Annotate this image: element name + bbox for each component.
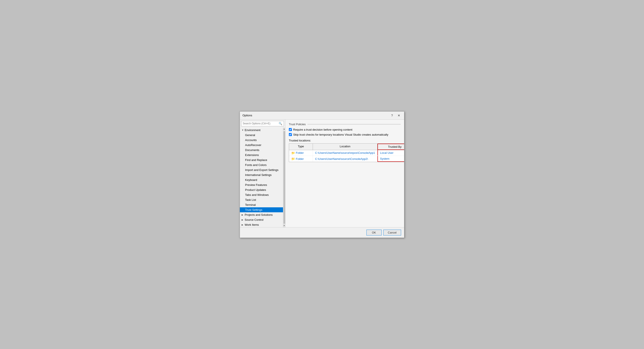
sidebar-item-label-autorecover: AutoRecover [245, 144, 261, 147]
sidebar: 🔍 ▼EnvironmentGeneralAccountsAutoRecover… [240, 120, 286, 227]
sidebar-item-label-accounts: Accounts [245, 138, 256, 142]
sidebar-item-environment[interactable]: ▼Environment [240, 128, 283, 132]
scroll-up-button[interactable]: ▲ [283, 128, 286, 131]
expand-arrow-source-control: ▶ [242, 218, 244, 221]
sidebar-item-import-export[interactable]: Import and Export Settings [240, 168, 283, 172]
sidebar-item-label-fonts-colors: Fonts and Colors [245, 163, 266, 166]
scroll-thumb[interactable] [284, 131, 285, 224]
td-location-1: C:\Users\UserName\source\repos\ConsoleAp… [313, 150, 378, 156]
title-bar-left: Options [242, 114, 252, 117]
sidebar-item-find-replace[interactable]: Find and Replace [240, 158, 283, 162]
scroll-track: ▲ ▼ [283, 128, 285, 227]
sidebar-item-fonts-colors[interactable]: Fonts and Colors [240, 162, 283, 168]
sidebar-item-label-work-items: Work Items [245, 223, 259, 226]
sidebar-item-task-list[interactable]: Task List [240, 197, 283, 202]
trusted-locations-label: Trusted locations: [289, 139, 401, 142]
sidebar-item-label-tabs-windows: Tabs and Windows [245, 193, 269, 196]
sidebar-item-work-items[interactable]: ▶Work Items [240, 222, 283, 227]
sidebar-item-international[interactable]: International Settings [240, 172, 283, 178]
td-location-2: C:\Users\UserName\source\ConsoleApp2\ [313, 156, 378, 162]
table-wrapper: Type Location Trusted By 📁 Folder C:\Use… [289, 144, 404, 162]
expand-arrow-work-items: ▶ [242, 224, 244, 226]
sidebar-item-label-task-list: Task List [245, 198, 256, 202]
td-trusted-by-1: Local User [378, 150, 404, 156]
sidebar-item-general[interactable]: General [240, 132, 283, 138]
sidebar-item-terminal[interactable]: Terminal [240, 202, 283, 207]
table-row[interactable]: 📁 Folder C:\Users\UserName\source\Consol… [289, 156, 404, 162]
title-bar: Options ? ✕ [240, 112, 404, 120]
th-location: Location [313, 144, 378, 150]
sidebar-item-tabs-windows[interactable]: Tabs and Windows [240, 192, 283, 197]
checkbox1-label: Require a trust decision before opening … [293, 128, 352, 131]
search-input[interactable] [242, 121, 277, 126]
scroll-down-button[interactable]: ▼ [283, 224, 286, 227]
close-button[interactable]: ✕ [396, 113, 402, 118]
search-box[interactable]: 🔍 [241, 121, 284, 126]
help-button[interactable]: ? [390, 113, 394, 118]
table-row[interactable]: 📁 Folder C:\Users\UserName\source\repos\… [289, 150, 404, 156]
sidebar-item-label-extensions: Extensions [245, 154, 259, 157]
dialog-title: Options [242, 114, 252, 117]
sidebar-item-label-keyboard: Keyboard [245, 178, 257, 182]
sidebar-item-trust-settings[interactable]: Trust Settings [240, 207, 283, 212]
sidebar-item-keyboard[interactable]: Keyboard [240, 178, 283, 182]
sidebar-item-autorecover[interactable]: AutoRecover [240, 142, 283, 148]
sidebar-item-label-find-replace: Find and Replace [245, 158, 267, 162]
sidebar-item-preview-features[interactable]: Preview Features [240, 182, 283, 188]
sidebar-item-label-terminal: Terminal [245, 203, 256, 206]
search-icon-button[interactable]: 🔍 [277, 121, 284, 126]
section-title: Trust Policies [289, 122, 401, 126]
td-trusted-by-2: System [378, 156, 404, 162]
sidebar-item-extensions[interactable]: Extensions [240, 152, 283, 158]
folder-icon-1: 📁 [291, 151, 295, 155]
dialog-body: 🔍 ▼EnvironmentGeneralAccountsAutoRecover… [240, 120, 404, 227]
checkbox-skip-trust[interactable] [289, 133, 292, 136]
sidebar-item-accounts[interactable]: Accounts [240, 138, 283, 142]
checkbox-row-2: Skip trust checks for temporary location… [289, 133, 401, 136]
sidebar-scroll: ▼EnvironmentGeneralAccountsAutoRecoverDo… [240, 128, 285, 227]
sidebar-item-label-international: International Settings [245, 173, 272, 176]
expand-arrow-environment: ▼ [242, 129, 244, 131]
sidebar-item-label-documents: Documents [245, 148, 260, 152]
ok-button[interactable]: OK [366, 230, 382, 236]
sidebar-item-product-updates[interactable]: Product Updates [240, 188, 283, 192]
sidebar-item-label-trust-settings: Trust Settings [245, 208, 262, 212]
sidebar-item-documents[interactable]: Documents [240, 148, 283, 152]
th-trusted-by: Trusted By [378, 144, 404, 150]
folder-icon-2: 📁 [291, 157, 295, 160]
options-dialog: Options ? ✕ 🔍 ▼EnvironmentGeneralAccount… [240, 111, 404, 238]
content-area: Trust Policies Require a trust decision … [286, 120, 404, 227]
cancel-button[interactable]: Cancel [383, 230, 401, 236]
sidebar-item-label-environment: Environment [245, 128, 260, 132]
checkbox-trust-decision[interactable] [289, 128, 292, 131]
sidebar-item-label-import-export: Import and Export Settings [245, 168, 278, 172]
tree-list: ▼EnvironmentGeneralAccountsAutoRecoverDo… [240, 128, 283, 227]
td-type-2: 📁 Folder [289, 156, 313, 162]
table-area: Type Location Trusted By 📁 Folder C:\Use… [289, 144, 401, 162]
checkbox2-label: Skip trust checks for temporary location… [293, 133, 388, 136]
sidebar-item-projects-solutions[interactable]: ▶Projects and Solutions [240, 212, 283, 217]
title-bar-right: ? ✕ [390, 113, 402, 118]
td-type-1: 📁 Folder [289, 150, 313, 156]
sidebar-item-label-preview-features: Preview Features [245, 183, 267, 186]
sidebar-item-label-projects-solutions: Projects and Solutions [245, 213, 272, 216]
dialog-footer: OK Cancel [240, 227, 404, 238]
th-type: Type [289, 144, 313, 150]
sidebar-item-label-source-control: Source Control [245, 218, 264, 222]
expand-arrow-projects-solutions: ▶ [242, 214, 244, 216]
sidebar-item-source-control[interactable]: ▶Source Control [240, 217, 283, 222]
checkbox-row-1: Require a trust decision before opening … [289, 128, 401, 131]
table-header: Type Location Trusted By [289, 144, 404, 150]
sidebar-item-label-product-updates: Product Updates [245, 188, 266, 192]
sidebar-item-label-general: General [245, 134, 255, 137]
